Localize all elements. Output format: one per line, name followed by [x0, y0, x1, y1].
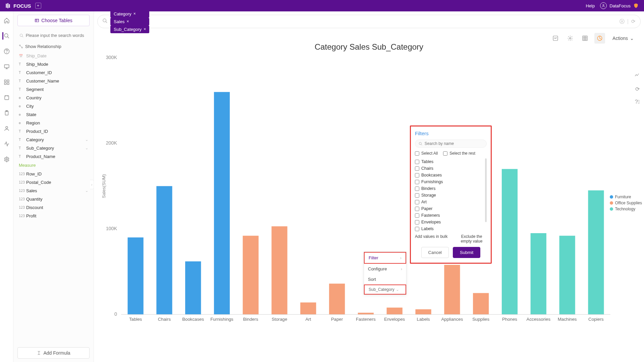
- bar-Accessories[interactable]: [531, 233, 546, 314]
- field-search[interactable]: [17, 31, 90, 40]
- filter-item-Art[interactable]: Art: [415, 199, 484, 205]
- grid-nav-icon[interactable]: [3, 79, 10, 86]
- bar-Paper[interactable]: [329, 283, 345, 314]
- field-Sub_Category[interactable]: TSub_Category⌄: [17, 144, 90, 152]
- actions-menu[interactable]: Actions ⌄: [609, 34, 637, 43]
- refresh-query-button[interactable]: ⟳: [631, 18, 636, 24]
- help-link[interactable]: Help: [586, 3, 595, 8]
- presentation-icon[interactable]: [3, 63, 10, 70]
- filter-item-Envelopes[interactable]: Envelopes: [415, 219, 484, 225]
- bar-Supplies[interactable]: [473, 293, 489, 314]
- archive-icon[interactable]: [3, 94, 10, 101]
- filter-item-Fasteners[interactable]: Fasteners: [415, 212, 484, 219]
- bar-Envelopes[interactable]: [387, 308, 402, 314]
- filter-item-Binders[interactable]: Binders: [415, 185, 484, 192]
- ctx-subcategory[interactable]: Sub_Category ⌄: [364, 285, 406, 295]
- field-Ship_Date[interactable]: 📅Ship_Date: [17, 52, 90, 60]
- bar-Art[interactable]: [300, 303, 316, 315]
- field-Customer_ID[interactable]: TCustomer_ID: [17, 68, 90, 77]
- bar-Fasteners[interactable]: [358, 313, 374, 314]
- query-pill-Sales[interactable]: Sales×: [110, 18, 149, 25]
- filter-item-Chairs[interactable]: Chairs: [415, 165, 484, 172]
- legend-item[interactable]: Furniture: [610, 195, 642, 199]
- ctx-sort[interactable]: Sort: [364, 274, 406, 285]
- refresh-icon[interactable]: ⟳: [635, 86, 640, 92]
- user-nav-icon[interactable]: [3, 125, 10, 132]
- svg-text:0: 0: [114, 311, 117, 317]
- svg-rect-11: [7, 83, 9, 85]
- field-City[interactable]: ⊕City: [17, 102, 90, 110]
- exclude-empty-link[interactable]: Exclude the empty value: [457, 234, 487, 244]
- settings-nav-icon[interactable]: [3, 156, 10, 163]
- show-relationship[interactable]: Show Relationship: [17, 44, 90, 49]
- bar-chart[interactable]: 0100K200K300KSales(SUM)TablesChairsBookc…: [101, 54, 614, 328]
- help-nav-icon[interactable]: [3, 48, 10, 55]
- field-Product_ID[interactable]: TProduct_ID: [17, 127, 90, 136]
- measure-Quantity[interactable]: 123Quantity: [17, 195, 90, 203]
- field-Category[interactable]: TCategory⌄: [17, 136, 90, 144]
- bar-Appliances[interactable]: [444, 265, 460, 314]
- clear-query-button[interactable]: ⓧ: [620, 18, 625, 25]
- field-list: 📅Ship_DateTShip_ModeTCustomer_IDTCustome…: [17, 52, 90, 347]
- bar-Furnishings[interactable]: [214, 92, 230, 314]
- bar-Storage[interactable]: [272, 226, 287, 315]
- legend-item[interactable]: Technology: [610, 207, 642, 211]
- query-bar[interactable]: Category×Sales×Sub_Category× ⓧ | ⟳: [97, 15, 641, 28]
- field-Region[interactable]: ⊕Region: [17, 119, 90, 127]
- measure-Postal_Code[interactable]: 123Postal_Code: [17, 178, 90, 187]
- choose-tables-button[interactable]: Choose Tables: [17, 15, 90, 26]
- bar-Chairs[interactable]: [156, 186, 172, 315]
- measure-Sales[interactable]: 123Sales⌄: [17, 187, 90, 195]
- type-icon: T: [19, 146, 23, 150]
- measure-Row_ID[interactable]: 123Row_ID: [17, 170, 90, 178]
- new-tab-button[interactable]: +: [35, 3, 41, 9]
- field-search-input[interactable]: [26, 33, 88, 38]
- field-State[interactable]: ⊕State: [17, 110, 90, 119]
- select-all-checkbox[interactable]: Select All: [415, 151, 438, 156]
- filter-item-Furnishings[interactable]: Furnishings: [415, 178, 484, 185]
- search-nav-icon[interactable]: [2, 32, 10, 40]
- home-icon[interactable]: [3, 17, 10, 24]
- bar-Binders[interactable]: [243, 236, 259, 315]
- add-bulk-link[interactable]: Add values in bulk: [415, 234, 447, 239]
- bar-Copiers[interactable]: [588, 190, 604, 314]
- filter-item-Paper[interactable]: Paper: [415, 205, 484, 212]
- remove-pill-icon[interactable]: ×: [127, 19, 129, 24]
- field-Country[interactable]: ⊕Country: [17, 94, 90, 102]
- measure-Discount[interactable]: 123Discount: [17, 203, 90, 212]
- field-Product_Name[interactable]: TProduct_Name: [17, 152, 90, 161]
- field-Segment[interactable]: TSegment: [17, 85, 90, 94]
- filter-item-Bookcases[interactable]: Bookcases: [415, 172, 484, 178]
- filter-item-Storage[interactable]: Storage: [415, 192, 484, 199]
- type-icon: ⊕: [19, 121, 23, 125]
- field-Ship_Mode[interactable]: TShip_Mode: [17, 60, 90, 68]
- select-rest-checkbox[interactable]: Select the rest: [443, 151, 475, 156]
- filters-search[interactable]: [415, 140, 487, 148]
- query-pill-Category[interactable]: Category×: [110, 10, 149, 18]
- activity-icon[interactable]: [3, 140, 10, 148]
- ctx-filter[interactable]: Filter ›: [364, 252, 406, 264]
- collapse-panel-button[interactable]: ›: [90, 180, 94, 189]
- bar-Labels[interactable]: [416, 309, 431, 314]
- filters-search-input[interactable]: [425, 141, 483, 146]
- line-chart-icon[interactable]: [634, 72, 640, 79]
- legend-item[interactable]: Office Supplies: [610, 201, 642, 205]
- filter-item-Tables[interactable]: Tables: [415, 158, 484, 165]
- cancel-button[interactable]: Cancel: [421, 247, 449, 258]
- scrollbar[interactable]: [485, 158, 487, 222]
- user-menu[interactable]: DataFocus: [600, 2, 639, 9]
- chart-right-rail: ⟳ ?⃝: [631, 72, 644, 105]
- bar-Tables[interactable]: [128, 238, 144, 315]
- bar-Phones[interactable]: [502, 169, 518, 315]
- remove-pill-icon[interactable]: ×: [133, 11, 136, 16]
- add-formula-button[interactable]: Add Formula: [17, 347, 90, 359]
- clipboard-icon[interactable]: [3, 109, 10, 117]
- ctx-configure[interactable]: Configure ›: [364, 264, 406, 274]
- measure-Profit[interactable]: 123Profit: [17, 212, 90, 220]
- filter-item-Labels[interactable]: Labels: [415, 225, 484, 231]
- submit-button[interactable]: Submit: [453, 247, 480, 258]
- help-icon[interactable]: ?⃝: [635, 99, 640, 105]
- field-Customer_Name[interactable]: TCustomer_Name: [17, 77, 90, 85]
- bar-Machines[interactable]: [559, 236, 575, 315]
- bar-Bookcases[interactable]: [185, 261, 201, 314]
